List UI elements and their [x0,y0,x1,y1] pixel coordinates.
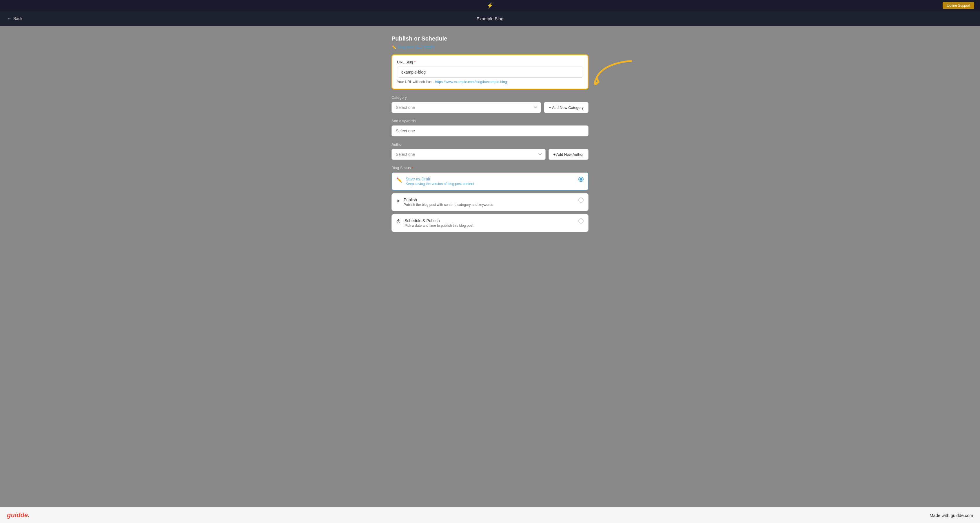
author-select[interactable]: Select one [391,149,546,160]
save-as-draft-option[interactable]: ✏️ Save as Draft Keep saving the version… [391,172,589,190]
pencil-icon: ✏️ [391,45,396,49]
category-select[interactable]: Select one [391,102,541,113]
url-slug-input[interactable] [397,67,583,78]
form-container: Publish or Schedule ✏️ Blog post SEO det… [391,35,589,502]
category-label: Category [391,95,589,100]
category-field: Category Select one + Add New Category [391,95,589,113]
url-preview-link[interactable]: https://www.example.com/blog/b/example-b… [435,80,507,84]
draft-icon: ✏️ [396,177,402,183]
publish-radio[interactable] [578,198,584,203]
back-arrow-icon: ← [7,16,11,21]
topline-support-button[interactable]: topline Support [943,2,974,9]
schedule-name: Schedule & Publish [404,218,575,223]
nav-bar: ← Back Example Blog [0,11,980,26]
publish-icon: ➤ [396,198,400,204]
guidde-logo: guidde. [7,512,30,519]
blog-status-field: Blog Status * ✏️ Save as Draft Keep savi… [391,166,589,232]
schedule-desc: Pick a date and time to publish this blo… [404,223,575,228]
footer: guidde. Made with guidde.com [0,507,980,523]
blog-status-required: * [412,166,413,170]
url-slug-label: URL Slug * [397,60,583,64]
url-preview: Your URL will look like: - https://www.e… [397,80,583,84]
back-label: Back [13,16,22,21]
page-title: Example Blog [477,16,504,21]
schedule-radio[interactable] [578,218,584,223]
required-indicator: * [414,60,415,64]
keywords-label: Add Keywords [391,119,589,123]
url-slug-section: URL Slug * Your URL will look like: - ht… [391,54,589,89]
section-title: Publish or Schedule [391,35,589,42]
publish-desc: Publish the blog post with content, cate… [404,203,575,207]
draft-radio[interactable] [578,177,584,182]
seo-link[interactable]: ✏️ Blog post SEO details [391,45,589,49]
lightning-icon: ⚡ [487,2,493,9]
schedule-option[interactable]: ⏱ Schedule & Publish Pick a date and tim… [391,214,589,232]
draft-desc: Keep saving the version of blog post con… [406,182,575,186]
publish-name: Publish [404,198,575,202]
seo-link-label: Blog post SEO details [398,45,434,49]
keywords-field: Add Keywords [391,119,589,136]
author-label: Author [391,142,589,147]
main-area: Publish or Schedule ✏️ Blog post SEO det… [0,26,980,507]
blog-status-label: Blog Status * [391,166,589,170]
draft-content: Save as Draft Keep saving the version of… [406,177,575,186]
keywords-input[interactable] [391,125,589,136]
author-field: Author Select one + Add New Author [391,142,589,160]
publish-option[interactable]: ➤ Publish Publish the blog post with con… [391,193,589,211]
schedule-icon: ⏱ [396,219,401,224]
back-button[interactable]: ← Back [7,16,22,21]
draft-name: Save as Draft [406,177,575,181]
add-author-button[interactable]: + Add New Author [549,149,589,160]
made-with-text: Made with guidde.com [929,513,973,518]
publish-content: Publish Publish the blog post with conte… [404,198,575,207]
schedule-content: Schedule & Publish Pick a date and time … [404,218,575,228]
arrow-annotation [590,58,634,91]
add-category-button[interactable]: + Add New Category [544,102,589,113]
top-bar: ⚡ topline Support [0,0,980,11]
category-select-wrapper: Select one + Add New Category [391,102,589,113]
author-select-wrapper: Select one + Add New Author [391,149,589,160]
